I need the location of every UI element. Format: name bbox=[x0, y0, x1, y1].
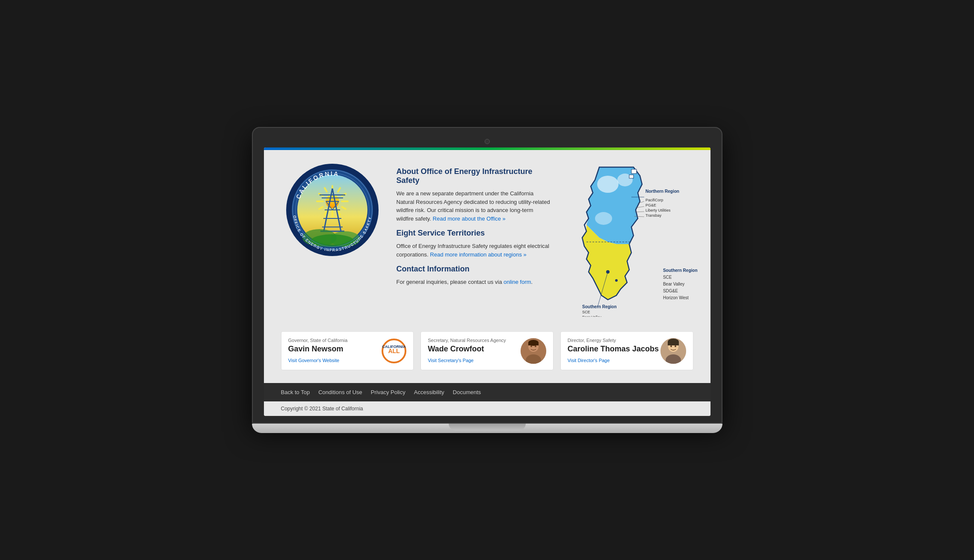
logo-section: CALIFORNIA OFFICE OF ENERGY INFRASTRUCTU… bbox=[281, 163, 384, 257]
bear-valley-label: Bear Valley bbox=[663, 281, 698, 288]
secretary-avatar bbox=[521, 338, 546, 364]
svg-text:Southern Region: Southern Region bbox=[582, 304, 617, 309]
map-section: Northern Region PacifiCorp PG&E Liberty … bbox=[565, 163, 693, 318]
footer-back-to-top-link[interactable]: Back to Top bbox=[281, 389, 310, 395]
laptop-container: CALIFORNIA OFFICE OF ENERGY INFRASTRUCTU… bbox=[252, 127, 722, 433]
contact-description: For general inquiries, please contact us… bbox=[397, 278, 552, 286]
southern-labels: Southern Region SCE Bear Valley SDG&E Ho… bbox=[663, 267, 698, 301]
secretary-page-link[interactable]: Visit Secretary's Page bbox=[428, 358, 474, 363]
footer-documents-link[interactable]: Documents bbox=[453, 389, 481, 395]
footer-conditions-link[interactable]: Conditions of Use bbox=[318, 389, 362, 395]
territories-read-more-link[interactable]: Read more information about regions » bbox=[430, 251, 526, 258]
sce-label: SCE bbox=[663, 274, 698, 281]
svg-rect-6 bbox=[341, 200, 349, 202]
office-seal-logo: CALIFORNIA OFFICE OF ENERGY INFRASTRUCTU… bbox=[285, 163, 379, 257]
svg-rect-12 bbox=[316, 200, 324, 202]
governor-info: Governor, State of California Gavin News… bbox=[288, 338, 382, 364]
director-name: Caroline Thomas Jacobs bbox=[568, 345, 660, 354]
territories-title: Eight Service Territories bbox=[397, 229, 552, 238]
southern-region-label: Southern Region bbox=[663, 267, 698, 274]
svg-point-51 bbox=[615, 279, 618, 282]
svg-point-68 bbox=[670, 345, 672, 347]
info-section: About Office of Energy Infrastructure Sa… bbox=[397, 163, 552, 292]
svg-point-36 bbox=[595, 212, 612, 225]
about-description: We are a new separate department under t… bbox=[397, 189, 552, 223]
about-title: About Office of Energy Infrastructure Sa… bbox=[397, 167, 552, 185]
secretary-name: Wade Crowfoot bbox=[428, 345, 521, 354]
territories-description: Office of Energy Infrastructure Safety r… bbox=[397, 242, 552, 259]
svg-text:Liberty Utilities: Liberty Utilities bbox=[645, 208, 671, 212]
svg-point-69 bbox=[675, 345, 676, 347]
svg-text:PacifiCorp: PacifiCorp bbox=[645, 198, 663, 202]
director-page-link[interactable]: Visit Director's Page bbox=[568, 358, 610, 363]
horizon-west-label: Horizon West bbox=[663, 295, 698, 301]
secretary-info: Secretary, Natural Resources Agency Wade… bbox=[428, 338, 521, 364]
svg-rect-71 bbox=[668, 342, 679, 345]
copyright-text: Copyright © 2021 State of California bbox=[281, 406, 363, 412]
footer-navigation: Back to Top Conditions of Use Privacy Po… bbox=[264, 383, 711, 401]
director-avatar bbox=[660, 338, 686, 364]
contact-online-form-link[interactable]: online form bbox=[503, 279, 531, 285]
svg-rect-54 bbox=[629, 175, 634, 178]
secretary-link-container: Visit Secretary's Page bbox=[428, 356, 521, 364]
svg-point-34 bbox=[597, 176, 619, 193]
laptop-base bbox=[252, 424, 722, 433]
governor-website-link[interactable]: Visit Governor's Website bbox=[288, 358, 340, 363]
governor-name: Gavin Newsom bbox=[288, 345, 382, 354]
footer-accessibility-link[interactable]: Accessibility bbox=[414, 389, 444, 395]
sdge-label: SDG&E bbox=[663, 288, 698, 295]
svg-text:SCE: SCE bbox=[582, 310, 590, 314]
governor-role: Governor, State of California bbox=[288, 338, 382, 343]
governor-link-container: Visit Governor's Website bbox=[288, 356, 382, 364]
page-background: CALIFORNIA OFFICE OF ENERGY INFRASTRUCTU… bbox=[264, 150, 711, 383]
footer-privacy-link[interactable]: Privacy Policy bbox=[371, 389, 406, 395]
main-content-area: CALIFORNIA OFFICE OF ENERGY INFRASTRUCTU… bbox=[264, 150, 711, 331]
svg-text:ALL: ALL bbox=[388, 348, 400, 354]
about-read-more-link[interactable]: Read more about the Office » bbox=[433, 215, 506, 222]
footer-copyright: Copyright © 2021 State of California bbox=[264, 401, 711, 416]
contact-title: Contact Information bbox=[397, 265, 552, 274]
svg-rect-64 bbox=[528, 343, 539, 345]
screen-content: CALIFORNIA OFFICE OF ENERGY INFRASTRUCTU… bbox=[264, 147, 711, 416]
svg-rect-9 bbox=[332, 210, 333, 218]
director-info: Director, Energy Safety Caroline Thomas … bbox=[568, 338, 660, 364]
secretary-role: Secretary, Natural Resources Agency bbox=[428, 338, 521, 343]
svg-text:Transbay: Transbay bbox=[645, 213, 662, 218]
director-role: Director, Energy Safety bbox=[568, 338, 660, 343]
screen-bezel: CALIFORNIA OFFICE OF ENERGY INFRASTRUCTU… bbox=[252, 127, 722, 424]
governor-card: Governor, State of California Gavin News… bbox=[281, 331, 414, 370]
california-all-logo: CALIFORNIA ALL bbox=[382, 339, 406, 363]
director-card: Director, Energy Safety Caroline Thomas … bbox=[560, 331, 693, 370]
northern-region-label: Northern Region bbox=[645, 189, 679, 194]
secretary-card: Secretary, Natural Resources Agency Wade… bbox=[420, 331, 554, 370]
people-section: Governor, State of California Gavin News… bbox=[264, 331, 711, 383]
svg-rect-53 bbox=[631, 169, 637, 174]
svg-text:Bear Valley: Bear Valley bbox=[582, 315, 602, 317]
director-link-container: Visit Director's Page bbox=[568, 356, 660, 364]
svg-text:PG&E: PG&E bbox=[645, 203, 656, 207]
